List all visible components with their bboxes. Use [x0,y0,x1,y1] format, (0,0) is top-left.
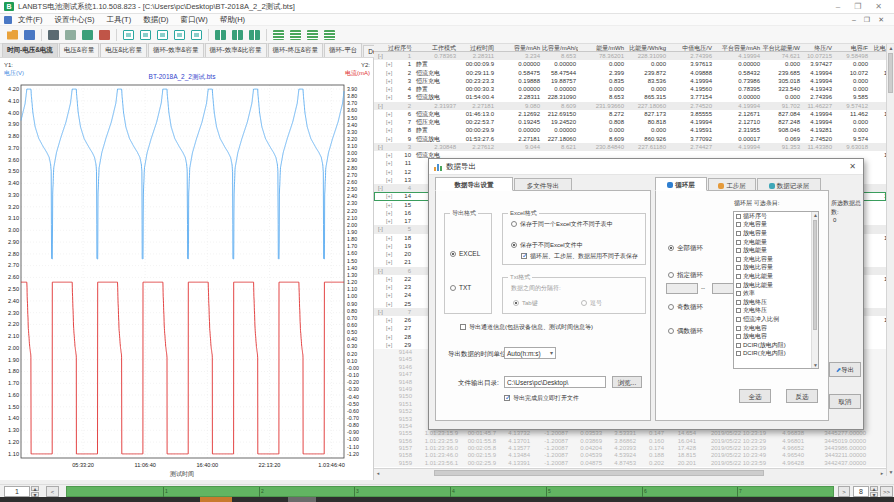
row-expander-cell[interactable]: [-]5 [374,225,414,233]
collapse-icon[interactable]: [-] [378,225,383,233]
row-expander-cell[interactable]: [-]1 [374,52,414,60]
row-expander-cell[interactable]: [+]16 [374,209,414,217]
expand-icon[interactable]: [+] [386,77,392,85]
close-button[interactable]: ✕ [875,2,882,11]
expand-icon[interactable]: [+] [386,69,392,77]
row-expander-cell[interactable]: [+]11 [374,159,414,167]
column-header-7[interactable]: 中值电压/V [668,44,714,51]
collapse-icon[interactable]: [-] [378,267,383,275]
row-expander-cell[interactable]: [+]26 [374,316,414,324]
menu-item-4[interactable]: 窗口(W) [181,15,208,25]
row-expander-cell[interactable]: [+]28 [374,333,414,341]
list-item-checkbox[interactable]: 充电终压 [734,307,818,316]
collapse-icon[interactable]: [-] [378,143,383,151]
all-cycles-radio[interactable]: 全部循环 [668,244,703,253]
expand-icon[interactable]: [+] [386,176,392,184]
list-item-checkbox[interactable]: 恒流冲入比例 [734,315,818,324]
record-row[interactable]: 91571.01:23:36.000:02:05.84.13577-1.2008… [374,445,886,452]
row-expander-cell[interactable]: [-]3 [374,143,414,151]
list-item-checkbox[interactable]: 效率 [734,289,818,298]
open-after-checkbox[interactable]: 导出完成后立即打开文件 [504,394,579,403]
zoom-box-icon[interactable] [189,28,204,42]
maximize-button[interactable]: ❐ [854,2,861,11]
list-item-checkbox[interactable]: DCIR(充电内阻) [734,350,818,359]
row-expander-cell[interactable]: [+]2 [374,69,414,77]
menu-item-0[interactable]: 文件(F) [18,15,43,25]
column-header-3[interactable]: 容量/mAh [496,44,542,51]
table-vertical-scrollbar[interactable]: ▲ ▼ [886,44,894,476]
expand-icon[interactable]: [+] [386,93,392,101]
column-header-10[interactable]: 终压/V [802,44,834,51]
collapse-icon[interactable]: [-] [378,308,383,316]
open-file-icon[interactable] [5,28,20,42]
list-scrollbar[interactable]: ▲ ▼ [811,212,818,368]
expand-icon[interactable]: [+] [386,85,392,93]
list-item-checkbox[interactable]: 放电比容量 [734,264,818,273]
list-item-checkbox[interactable]: 放电比能量 [734,281,818,290]
list-item-checkbox[interactable]: 放电电容 [734,332,818,341]
browse-button[interactable]: 浏览... [612,376,642,388]
zoom-extents-icon[interactable] [138,28,153,42]
cycle-range-start-input[interactable] [666,283,698,294]
expand-icon[interactable]: [+] [386,324,392,332]
list-item-checkbox[interactable]: 充电电容 [734,324,818,333]
right-page-up-icon[interactable]: ▴ [870,486,878,491]
mdi-restore-icon[interactable]: ❐ [864,16,870,24]
tile-horizontal-icon[interactable] [230,28,245,42]
txt-radio[interactable]: TXT [450,284,471,291]
select-all-button[interactable]: 全选 [739,389,771,403]
expand-icon[interactable]: [+] [386,333,392,341]
row-expander-cell[interactable]: [-]7 [374,308,414,316]
expand-icon[interactable]: [+] [386,192,392,200]
table-row[interactable]: [+]2恒流充电00:29:11.90.5847558.475442.39923… [374,69,886,77]
expand-icon[interactable]: [+] [386,159,392,167]
tab-key-radio[interactable]: Tab键 [513,299,538,308]
expand-icon[interactable]: [+] [386,151,392,159]
table-row[interactable]: [+]9恒流放电01:53:27.62.27181227.180608.6098… [374,135,886,143]
right-page-spinner[interactable]: 8 [853,486,869,497]
menu-item-5[interactable]: 帮助(H) [220,15,245,25]
table-row[interactable]: [-]32.308482.276129.0448.621230.84840227… [374,143,886,151]
row-expander-cell[interactable]: [+]25 [374,300,414,308]
row-expander-cell[interactable]: [+]24 [374,291,414,299]
expand-icon[interactable]: [+] [386,201,392,209]
tab-export-settings[interactable]: 数据导出设置 [435,177,513,191]
expand-icon[interactable]: [+] [386,110,392,118]
expand-icon[interactable]: [+] [386,135,392,143]
expand-icon[interactable]: [+] [386,300,392,308]
expand-icon[interactable]: [+] [386,291,392,299]
table-row[interactable]: [+]8静置00:00:29.90.000000.000000.0000.000… [374,126,886,134]
row-expander-cell[interactable]: [-]6 [374,267,414,275]
expand-icon[interactable]: [+] [386,258,392,266]
mdi-close-icon[interactable]: ✕ [878,16,884,24]
expand-icon[interactable]: [+] [386,118,392,126]
row-expander-cell[interactable]: [+]19 [374,242,414,250]
row-expander-cell[interactable]: [+]10 [374,151,414,159]
tile-vertical-icon[interactable] [213,28,228,42]
list-item-checkbox[interactable]: 充电比能量 [734,272,818,281]
odd-cycles-radio[interactable]: 奇数循环 [668,303,703,312]
collapse-icon[interactable]: [-] [378,52,383,60]
left-page-up-icon[interactable]: ▴ [31,486,39,491]
export-button[interactable]: ⬈导出 [829,362,861,377]
view-tab-6[interactable]: 循环-平台 [324,43,362,57]
row-expander-cell[interactable]: [+]1 [374,60,414,68]
table-row[interactable]: [-]10.783632.283113.2348.65378.36201228.… [374,52,886,60]
minimize-button[interactable]: – [836,2,840,11]
row-expander-cell[interactable]: [+]22 [374,275,414,283]
expand-icon[interactable]: [+] [386,168,392,176]
record-layer-list-icon[interactable] [305,28,320,42]
time-unit-dropdown[interactable]: Auto(h:m:s) [504,347,556,359]
table-row[interactable]: [+]1静置00:00:09.90.000000.000000.0000.000… [374,60,886,68]
column-header-11[interactable]: 电容/F [834,44,870,51]
scale-x-axis-icon[interactable] [155,28,170,42]
row-expander-cell[interactable]: [+]15 [374,201,414,209]
record-row[interactable]: 91551.01:23:15.900:01:45.74.13732-1.2008… [374,430,886,437]
column-header-0[interactable]: 过程序号 [374,44,414,51]
view-tab-0[interactable]: 时间-电压&电流 [2,43,58,57]
row-expander-cell[interactable]: [+]9 [374,135,414,143]
menu-item-3[interactable]: 数据(D) [143,15,168,25]
list-item-checkbox[interactable]: 放电能量 [734,246,818,255]
expand-icon[interactable]: [+] [386,126,392,134]
row-expander-cell[interactable]: [+]13 [374,176,414,184]
